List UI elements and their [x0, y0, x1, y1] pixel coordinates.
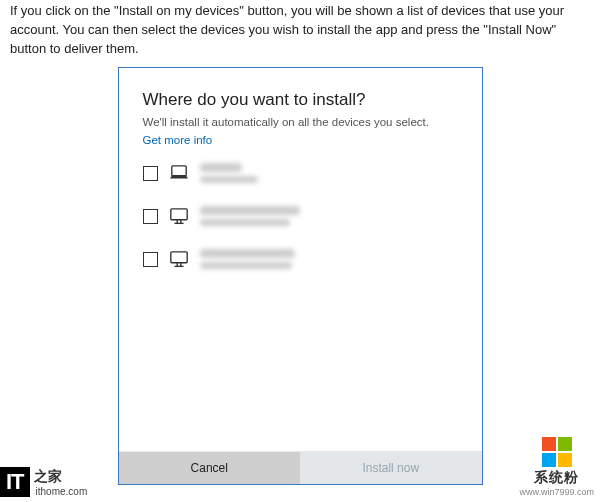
device-checkbox[interactable]: [143, 209, 158, 224]
device-label: [200, 205, 458, 230]
dialog-button-bar: Cancel Install now: [119, 451, 482, 484]
svg-rect-5: [170, 251, 186, 262]
dialog-subtitle: We'll install it automatically on all th…: [143, 116, 458, 128]
desktop-icon: [168, 207, 190, 227]
device-label: [200, 248, 458, 273]
watermark-left: IT 之家 ithome.com: [0, 467, 87, 497]
watermark-left-text: 之家 ithome.com: [34, 468, 88, 497]
device-row: [143, 205, 458, 230]
device-row: [143, 248, 458, 273]
intro-paragraph: If you click on the "Install on my devic…: [0, 0, 600, 67]
it-logo: IT: [0, 467, 30, 497]
device-label: [200, 162, 458, 187]
watermark-right: 系统粉 www.win7999.com: [519, 437, 594, 497]
laptop-icon: [168, 164, 190, 182]
dialog-title: Where do you want to install?: [143, 90, 458, 110]
svg-rect-0: [171, 165, 185, 175]
watermark-right-url: www.win7999.com: [519, 487, 594, 497]
install-now-button[interactable]: Install now: [300, 452, 482, 484]
device-checkbox[interactable]: [143, 252, 158, 267]
get-more-info-link[interactable]: Get more info: [143, 134, 213, 146]
dialog-body: Where do you want to install? We'll inst…: [119, 68, 482, 451]
microsoft-logo-icon: [542, 437, 572, 467]
dialog-container: Where do you want to install? We'll inst…: [0, 67, 600, 485]
install-dialog: Where do you want to install? We'll inst…: [118, 67, 483, 485]
cancel-button[interactable]: Cancel: [119, 452, 301, 484]
device-row: [143, 162, 458, 187]
device-checkbox[interactable]: [143, 166, 158, 181]
svg-rect-1: [170, 208, 186, 219]
watermark-right-label: 系统粉: [519, 469, 594, 487]
desktop-icon: [168, 250, 190, 270]
